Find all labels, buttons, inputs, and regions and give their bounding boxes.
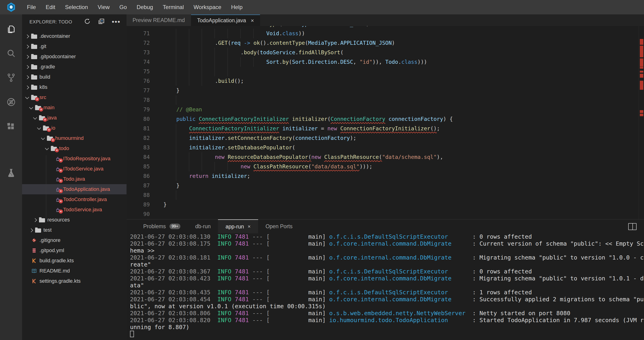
tree-item-todocontroller-java[interactable]: ×TodoController.java [22, 194, 126, 205]
terminal-segment: --- [ [249, 268, 308, 275]
menu-item-selection[interactable]: Selection [60, 4, 93, 10]
terminal-segment: hema >> [130, 247, 154, 254]
terminal-segment: : [469, 275, 480, 282]
terminal-segment: ata" [130, 282, 144, 289]
code-line-content: .GET(req -> ok().contentType(MediaType.A… [157, 38, 395, 48]
terminal-output[interactable]: 2021-06-27 02:03:08.130 INFO 7481 --- [ … [130, 233, 644, 340]
tree-item--gitpodcontainer[interactable]: .gitpodcontainer [22, 51, 126, 62]
tree-item-readme-md[interactable]: README.md [22, 266, 126, 276]
collapse-all-icon[interactable] [98, 18, 105, 26]
chevron-right-icon[interactable] [28, 228, 34, 232]
terminal-segment: : [469, 254, 480, 261]
code-token: ))); [360, 164, 372, 170]
file-tree: .devcontainer.git.gitpodcontainer.gradle… [22, 29, 126, 286]
chevron-down-icon[interactable] [36, 127, 42, 129]
folder-icon: × [43, 125, 49, 131]
chevron-down-icon[interactable] [40, 137, 46, 139]
chevron-down-icon[interactable] [24, 96, 30, 99]
code-line-content: public ConnectionFactoryInitializer init… [157, 114, 453, 124]
tree-item--gitignore[interactable]: .gitignore [22, 235, 126, 245]
code-editor[interactable]: .contentType(MediaType.APPLICATION_JSON)… [126, 26, 644, 219]
tree-item-java[interactable]: ×java [22, 113, 126, 123]
tree-item--devcontainer[interactable]: .devcontainer [22, 31, 126, 41]
tree-item-test[interactable]: test [22, 225, 126, 235]
tree-item-build-gradle-kts[interactable]: build.gradle.kts [22, 256, 126, 266]
tree-item-main[interactable]: ×main [22, 102, 126, 113]
terminal-segment: 7481 [235, 254, 249, 261]
chevron-right-icon[interactable] [24, 45, 30, 48]
close-panel-tab-icon[interactable]: × [248, 224, 251, 230]
chevron-down-icon[interactable] [28, 106, 34, 109]
refresh-icon[interactable] [84, 18, 91, 26]
tree-item-build[interactable]: build [22, 72, 126, 82]
chevron-right-icon[interactable] [32, 218, 38, 222]
indent-guides [164, 133, 189, 143]
activity-debug-off-icon[interactable] [0, 90, 22, 114]
code-token: ConnectionFactoryInitializer [340, 125, 430, 131]
editor-tab-todoapplication-java[interactable]: TodoApplication.java× [191, 14, 260, 26]
activity-beaker-icon[interactable] [0, 162, 22, 184]
tree-item--gitpod-yml[interactable]: .gitpod.yml [22, 245, 126, 256]
activity-source-control-icon[interactable] [0, 65, 22, 90]
code-token: APPLICATION_JSON [314, 26, 366, 27]
menu-item-terminal[interactable]: Terminal [158, 4, 189, 10]
tree-item-settings-gradle-kts[interactable]: settings.gradle.kts [22, 276, 126, 286]
chevron-down-icon[interactable] [32, 117, 38, 119]
menu-item-go[interactable]: Go [114, 4, 132, 10]
line-number: 85 [126, 162, 157, 171]
activity-bar [0, 14, 22, 340]
terminal-segment: main] [308, 268, 329, 275]
tree-item-humourmind[interactable]: ×humourmind [22, 133, 126, 143]
menu-item-workspace[interactable]: Workspace [189, 4, 226, 10]
chevron-right-icon[interactable] [24, 55, 30, 58]
chevron-right-icon[interactable] [24, 75, 30, 79]
folder-icon: × [50, 146, 57, 151]
chevron-right-icon[interactable] [24, 34, 30, 38]
menu-item-debug[interactable]: Debug [132, 4, 158, 10]
activity-files-icon[interactable] [0, 17, 22, 41]
activity-search-icon[interactable] [0, 41, 22, 65]
folder-icon [31, 64, 38, 70]
chevron-down-icon[interactable] [44, 147, 50, 150]
tree-item--git[interactable]: .git [22, 41, 126, 51]
code-token: contentType [244, 26, 279, 27]
menu-item-edit[interactable]: Edit [41, 4, 60, 10]
chevron-right-icon[interactable] [24, 86, 30, 89]
line-number [126, 26, 157, 29]
error-ruler-mark [640, 67, 643, 69]
menu-item-view[interactable]: View [93, 4, 115, 10]
panel-tab-problems[interactable]: Problems99+ [136, 219, 188, 233]
panel-tab-open-ports[interactable]: Open Ports [258, 219, 300, 233]
code-token [386, 116, 389, 122]
more-actions-icon[interactable]: ••• [112, 21, 120, 23]
panel-tab-db-run[interactable]: db-run [188, 219, 218, 233]
code-token: ResourceDatabasePopulator [228, 154, 308, 160]
gitpod-logo-icon[interactable] [0, 2, 22, 12]
tree-item--gradle[interactable]: .gradle [22, 62, 126, 72]
menu-item-file[interactable]: File [22, 4, 41, 10]
tree-item-todoservice-java[interactable]: ×TodoService.java [22, 205, 126, 215]
tree-item-k8s[interactable]: k8s [22, 82, 126, 92]
split-panel-icon[interactable] [628, 223, 636, 230]
close-tab-icon[interactable]: × [251, 17, 254, 24]
code-token: , [353, 59, 360, 65]
code-line-89: 89} [126, 200, 644, 209]
tree-item-todo[interactable]: ×todo [22, 143, 126, 154]
tree-item-todo-java[interactable]: ×Todo.java [22, 174, 126, 184]
line-number: 79 [126, 105, 157, 114]
tree-item-itodoservice-java[interactable]: ×ITodoService.java [22, 164, 126, 174]
tree-item-resources[interactable]: resources [22, 215, 126, 225]
code-token: (); [234, 78, 244, 84]
tree-item-io[interactable]: ×io [22, 123, 126, 133]
terminal-segment: Migrating schema "public" to version "1.… [480, 275, 644, 282]
chevron-right-icon[interactable] [24, 65, 30, 68]
tree-item-todoapplication-java[interactable]: ×TodoApplication.java [22, 184, 126, 194]
menu-item-help[interactable]: Help [226, 4, 247, 10]
tree-item-itodorepository-java[interactable]: ×ITodoRepository.java [22, 154, 126, 164]
activity-extensions-icon[interactable] [0, 114, 22, 138]
editor-tab-preview-readme-md[interactable]: Preview README.md [126, 14, 191, 26]
tree-item-src[interactable]: ×src [22, 92, 126, 102]
panel-tab-app-run[interactable]: app-run× [218, 219, 258, 233]
overview-ruler[interactable] [639, 26, 644, 219]
terminal-segment: 2021-06-27 02:03:08.130 [130, 233, 217, 240]
